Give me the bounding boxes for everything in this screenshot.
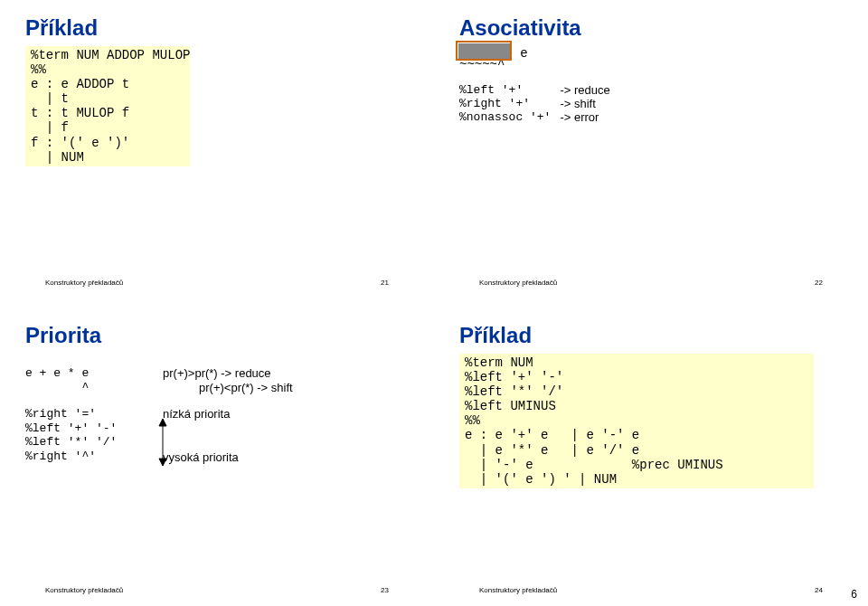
decl-line: %left '*' '/': [25, 435, 117, 450]
table-row: %right '+' -> shift: [459, 97, 619, 110]
svg-marker-2: [159, 459, 166, 466]
footer-number: 24: [815, 586, 823, 594]
footer-text: Konstruktory překladačů: [479, 586, 557, 594]
assoc-table: %left '+' -> reduce %right '+' -> shift …: [459, 83, 619, 124]
slide-bottom-right: Příklad %term NUM %left '+' '-' %left '*…: [443, 312, 859, 601]
slide-footer: Konstruktory překladačů 21: [9, 279, 425, 287]
decl-cell: %right '+': [459, 97, 560, 110]
slide-top-right: Asociativita e + e + e ~~~~~^ %left '+' …: [443, 5, 859, 294]
table-row: %nonassoc '+' -> error: [459, 110, 619, 124]
rule-line: pr(+)<pr(*) -> shift: [199, 381, 293, 395]
expression-line: e + e * e: [25, 366, 117, 381]
high-priority-label: vysoká priorita: [163, 450, 293, 465]
footer-number: 22: [815, 279, 823, 287]
rule-line: pr(+)>pr(*) -> reduce: [163, 366, 293, 381]
decl-cell: %left '+': [459, 83, 560, 97]
action-cell: -> error: [560, 110, 618, 124]
code-block: %term NUM %left '+' '-' %left '*' '/' %l…: [459, 354, 814, 488]
footer-text: Konstruktory překladačů: [45, 279, 123, 287]
priority-right-col: pr(+)>pr(*) -> reduce pr(+)<pr(*) -> shi…: [163, 366, 293, 464]
table-row: %left '+' -> reduce: [459, 83, 619, 97]
footer-number: 23: [381, 586, 389, 594]
code-block: %term NUM ADDOP MULOP %% e : e ADDOP t |…: [25, 46, 190, 166]
slide-title: Příklad: [459, 323, 843, 348]
slide-footer: Konstruktory překladačů 23: [9, 586, 425, 594]
page-number: 6: [851, 588, 857, 601]
action-cell: -> shift: [560, 97, 618, 110]
priority-arrow-icon: [154, 417, 172, 471]
slide-title: Příklad: [25, 15, 409, 41]
svg-marker-1: [159, 419, 166, 426]
slide-title: Priorita: [25, 323, 409, 348]
footer-text: Konstruktory překladačů: [479, 279, 557, 287]
slide-bottom-left: Priorita e + e * e ^ %right '=' %left '+…: [9, 312, 425, 601]
marker-line: ^: [25, 381, 117, 395]
action-cell: -> reduce: [560, 83, 618, 97]
priority-left-col: e + e * e ^ %right '=' %left '+' '-' %le…: [25, 366, 117, 464]
slide-top-left: Příklad %term NUM ADDOP MULOP %% e : e A…: [9, 5, 425, 294]
decl-line: %left '+' '-': [25, 421, 117, 436]
slide-footer: Konstruktory překladačů 24: [443, 586, 859, 594]
decl-line: %right '=': [25, 407, 117, 421]
slide-title: Asociativita: [459, 15, 843, 41]
footer-number: 21: [381, 279, 389, 287]
decl-line: %right '^': [25, 450, 117, 464]
decl-cell: %nonassoc '+': [459, 110, 560, 124]
low-priority-label: nízká priorita: [163, 407, 293, 421]
footer-text: Konstruktory překladačů: [45, 586, 123, 594]
slide-footer: Konstruktory překladačů 22: [443, 279, 859, 287]
